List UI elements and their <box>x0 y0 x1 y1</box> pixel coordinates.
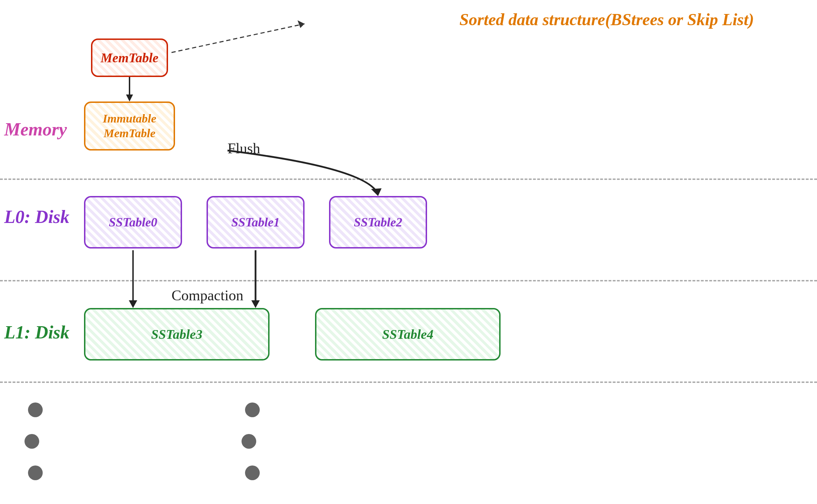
svg-marker-1 <box>298 20 305 28</box>
compaction-label: Compaction <box>172 287 243 304</box>
l1-label: L1: Disk <box>4 322 69 343</box>
sstable0-box: SSTable0 <box>84 196 182 248</box>
sstable1-box: SSTable1 <box>207 196 305 248</box>
svg-marker-6 <box>129 300 137 308</box>
sstable4-box: SSTable4 <box>315 308 501 360</box>
l0-label: L0: Disk <box>4 206 69 227</box>
immutable-memtable-box: ImmutableMemTable <box>84 102 175 150</box>
memtable-label: MemTable <box>100 50 158 65</box>
diagram-container: Sorted data structure(BStrees or Skip Li… <box>0 0 817 504</box>
memory-label: Memory <box>4 119 67 140</box>
dot-center-2 <box>242 434 256 449</box>
svg-marker-3 <box>126 94 133 102</box>
sstable2-label: SSTable2 <box>354 215 403 230</box>
sstable1-label: SSTable1 <box>231 215 280 230</box>
sstable2-box: SSTable2 <box>329 196 427 248</box>
dot-center-3 <box>245 465 260 480</box>
dot-left-1 <box>28 402 43 417</box>
svg-line-0 <box>172 24 305 52</box>
memtable-box: MemTable <box>91 38 168 77</box>
sstable3-label: SSTable3 <box>151 327 202 342</box>
sstable4-label: SSTable4 <box>382 327 433 342</box>
dot-left-2 <box>25 434 39 449</box>
svg-marker-8 <box>251 300 260 308</box>
separator-1 <box>0 178 817 180</box>
dot-left-3 <box>28 465 43 480</box>
separator-2 <box>0 280 817 281</box>
flush-label: Flush <box>228 140 260 157</box>
sorted-label: Sorted data structure(BStrees or Skip Li… <box>460 10 754 29</box>
sstable0-label: SSTable0 <box>109 215 158 230</box>
dot-center-1 <box>245 402 260 417</box>
sstable3-box: SSTable3 <box>84 308 270 360</box>
immutable-label: ImmutableMemTable <box>103 111 156 141</box>
svg-marker-4 <box>371 188 382 196</box>
separator-3 <box>0 382 817 383</box>
